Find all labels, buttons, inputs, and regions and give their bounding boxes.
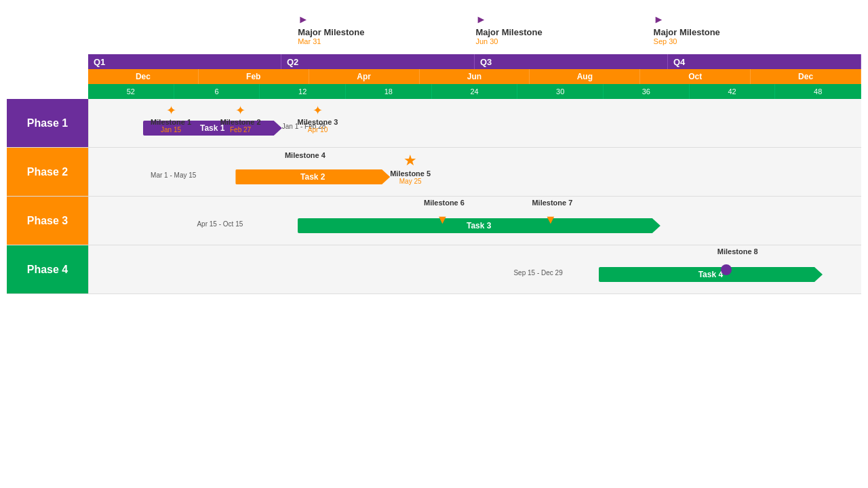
circle-icon-milestone [721, 264, 732, 275]
phase-3-label: Phase 3 [7, 197, 88, 245]
milestone-4-name: Milestone 4 [285, 151, 326, 159]
gantt-chart: ► Major Milestone Mar 31 ► Major Milesto… [0, 0, 868, 488]
quarter-row: Q1 Q2 Q3 Q4 [88, 54, 861, 69]
milestone-6-marker: ▼ [437, 213, 449, 227]
milestone-1-name: Milestone 1 [151, 118, 191, 126]
star-icon-5: ★ [403, 152, 417, 169]
quarter-q2: Q2 [281, 54, 475, 69]
sun-icon-2: ✦ [235, 103, 245, 118]
milestone-circle [721, 264, 732, 275]
week-48: 48 [775, 84, 861, 99]
task-3-bar: Task 3 [298, 218, 660, 233]
major-milestone-2-label: Major Milestone [475, 27, 542, 37]
milestone-5-name: Milestone 5 [390, 169, 431, 178]
major-milestone-3: ► Major Milestone Sep 30 [654, 14, 720, 45]
phase-1-row: Phase 1 Task 1 Jan 1 - Feb 28 ✦ Mileston… [7, 99, 861, 148]
milestone-3-name: Milestone 3 [298, 118, 338, 126]
milestone-6-above: Milestone 6 [424, 198, 465, 207]
sun-icon-1: ✦ [166, 103, 176, 118]
month-feb: Feb [199, 69, 309, 84]
major-milestone-1: ► Major Milestone Mar 31 [298, 14, 364, 45]
major-milestone-2: ► Major Milestone Jun 30 [475, 14, 542, 45]
milestone-5: ★ Milestone 5 May 25 [390, 152, 431, 185]
quarter-q1: Q1 [88, 54, 281, 69]
milestone-2-date: Feb 27 [230, 126, 251, 134]
major-milestone-2-date: Jun 30 [475, 37, 498, 45]
major-milestone-3-label: Major Milestone [654, 27, 720, 37]
week-42: 42 [690, 84, 776, 99]
milestone-7-above: Milestone 7 [532, 198, 572, 207]
milestone-8-above: Milestone 8 [717, 247, 758, 256]
month-jun: Jun [420, 69, 530, 84]
task-4-bar: Task 4 [599, 267, 823, 282]
phase-3-row: Phase 3 Milestone 6 Milestone 7 Task 3 A… [7, 197, 861, 245]
week-24: 24 [432, 84, 518, 99]
task-2-date: Mar 1 - May 15 [151, 171, 196, 179]
milestone-2: ✦ Milestone 2 Feb 27 [220, 103, 261, 134]
flag-icon-2: ► [475, 14, 486, 26]
week-18: 18 [346, 84, 432, 99]
phase-2-content: Milestone 4 Task 2 Mar 1 - May 15 ★ Mile… [88, 148, 861, 196]
week-36: 36 [604, 84, 690, 99]
flag-icon-1: ► [298, 14, 309, 26]
major-milestone-1-label: Major Milestone [298, 27, 364, 37]
triangle-icon-7: ▼ [545, 213, 557, 226]
major-milestone-3-date: Sep 30 [654, 37, 677, 45]
month-row: Dec Feb Apr Jun Aug Oct Dec [88, 69, 861, 84]
month-oct: Oct [640, 69, 751, 84]
week-row: 52 6 12 18 24 30 36 42 48 [88, 84, 861, 99]
month-dec1: Dec [88, 69, 199, 84]
phase-4-label: Phase 4 [7, 245, 88, 293]
phase-2-label: Phase 2 [7, 148, 88, 196]
milestone-1: ✦ Milestone 1 Jan 15 [151, 103, 191, 134]
milestone-5-date: May 25 [399, 178, 422, 185]
month-dec2: Dec [751, 69, 861, 84]
milestone-7-name: Milestone 7 [532, 199, 572, 207]
milestone-7-marker: ▼ [545, 213, 557, 227]
month-apr: Apr [309, 69, 420, 84]
task-3-date: Apr 15 - Oct 15 [197, 220, 243, 228]
milestone-6-name: Milestone 6 [424, 199, 465, 207]
flag-icon-3: ► [654, 14, 665, 26]
phase-2-row: Phase 2 Milestone 4 Task 2 Mar 1 - May 1… [7, 148, 861, 197]
sun-icon-3: ✦ [313, 103, 323, 118]
week-12: 12 [260, 84, 346, 99]
task-2-bar: Task 2 [235, 169, 390, 184]
week-30: 30 [517, 84, 604, 99]
phase-3-content: Milestone 6 Milestone 7 Task 3 Apr 15 - … [88, 197, 861, 245]
triangle-icon-6: ▼ [437, 213, 449, 226]
milestone-2-name: Milestone 2 [220, 118, 261, 126]
milestone-8-name: Milestone 8 [717, 247, 758, 256]
week-52: 52 [88, 84, 174, 99]
task-4-date: Sep 15 - Dec 29 [513, 269, 562, 277]
quarter-q3: Q3 [475, 54, 668, 69]
major-milestone-1-date: Mar 31 [298, 37, 321, 45]
phase-4-content: Milestone 8 Task 4 Sep 15 - Dec 29 [88, 245, 861, 293]
major-milestones-area: ► Major Milestone Mar 31 ► Major Milesto… [88, 14, 861, 54]
milestone-4-above: Milestone 4 [285, 150, 326, 160]
month-aug: Aug [530, 69, 640, 84]
milestone-3: ✦ Milestone 3 Apr 10 [298, 103, 338, 134]
phase-4-row: Phase 4 Milestone 8 Task 4 Sep 15 - Dec … [7, 245, 861, 294]
milestone-3-date: Apr 10 [308, 126, 328, 134]
milestone-1-date: Jan 15 [161, 126, 181, 134]
week-6: 6 [174, 84, 260, 99]
phase-1-label: Phase 1 [7, 99, 88, 147]
quarter-q4: Q4 [668, 54, 861, 69]
phase-1-content: Task 1 Jan 1 - Feb 28 ✦ Milestone 1 Jan … [88, 99, 861, 147]
header-section: Q1 Q2 Q3 Q4 Dec Feb Apr Jun Aug Oct Dec … [88, 54, 861, 99]
